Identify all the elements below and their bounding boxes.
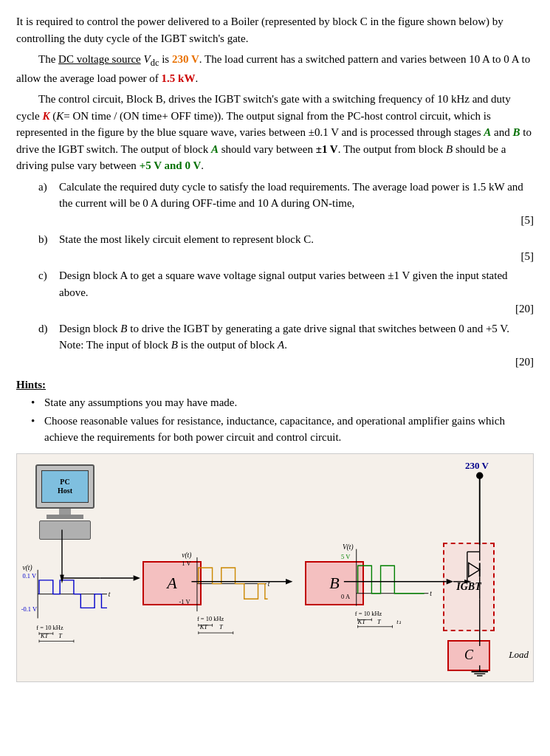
out-kt-label: KT	[357, 618, 367, 625]
bullet-1: •	[31, 394, 44, 411]
a-to-b-arrow	[286, 579, 292, 585]
voltage-label: 230 V	[465, 460, 489, 472]
paragraph-2: The DC voltage source Vdc is 230 V. The …	[16, 51, 534, 86]
bullet-2: •	[31, 413, 44, 446]
mid-t-label: t	[268, 580, 270, 588]
mid-freq-label: f = 10 kHz	[197, 615, 224, 622]
pc-monitor: PCHost	[35, 464, 94, 509]
input-vneg01-label: -0.1 V	[21, 605, 37, 613]
part-b: b) State the most likely circuit element…	[38, 231, 534, 266]
block-c: C	[447, 640, 490, 671]
power-dot	[476, 472, 483, 478]
mid-kt-label: KT	[199, 623, 209, 630]
out-v5-label: 5 V	[341, 553, 350, 560]
hints-section: Hints: • State any assumptions you may h…	[16, 379, 534, 446]
out-vt-label: V(t)	[343, 543, 354, 551]
part-b-content: State the most likely circuit element to…	[59, 231, 534, 266]
pc-host-illustration: PCHost	[24, 464, 106, 540]
p1-text: It is required to control the power deli…	[16, 16, 503, 44]
part-a-content: Calculate the required duty cycle to sat…	[59, 179, 534, 230]
out-waveform	[358, 566, 424, 594]
pc-body	[39, 520, 91, 540]
input-freq-label: f = 10 kHz	[36, 624, 63, 631]
hints-list: • State any assumptions you may have mad…	[31, 394, 534, 446]
block-b-label: B	[329, 574, 339, 593]
pc-base	[47, 515, 83, 519]
input-v01-label: 0.1 V	[23, 572, 37, 580]
hint-1-text: State any assumptions you may have made.	[44, 394, 237, 411]
pc-label: PCHost	[58, 478, 72, 495]
out-T-label: T	[377, 618, 382, 625]
parts-container: a) Calculate the required duty cycle to …	[16, 179, 534, 372]
part-c: c) Design block A to get a square wave v…	[38, 267, 534, 319]
part-c-content: Design block A to get a square wave volt…	[59, 267, 534, 319]
pc-stand	[59, 509, 71, 515]
paragraph-1: It is required to control the power deli…	[16, 13, 534, 47]
pc-down-arrow	[60, 574, 64, 583]
out-ti-label: t₁	[396, 618, 401, 625]
mid-vt-label: v(t)	[182, 551, 191, 560]
igbt-block: IGBT	[443, 543, 495, 631]
input-T-label: T	[58, 632, 63, 639]
paragraph-3: The control circuit, Block B, drives the…	[16, 91, 534, 174]
igbt-label: IGBT	[456, 581, 481, 593]
part-d-marks: [20]	[515, 354, 534, 371]
part-c-marks: [20]	[515, 300, 534, 317]
block-a-label: A	[167, 574, 176, 593]
input-t-label: t	[109, 591, 111, 598]
input-waveform	[39, 580, 107, 608]
out-t-label: t	[430, 590, 432, 597]
pc-screen: PCHost	[41, 470, 89, 503]
block-a: A	[142, 561, 202, 605]
mid-waveform	[199, 568, 268, 599]
mid-T-label: T	[219, 623, 224, 630]
hint-2-text: Choose reasonable values for resistance,…	[44, 413, 534, 446]
input-vt-label: v(t)	[23, 564, 32, 572]
part-c-letter: c)	[38, 267, 59, 319]
pc-to-a-arrow	[134, 575, 140, 581]
input-kt-label: KT	[40, 632, 49, 639]
part-d-content: Design block B to drive the IGBT by gene…	[59, 320, 534, 372]
hint-2: • Choose reasonable values for resistanc…	[31, 413, 534, 446]
part-a: a) Calculate the required duty cycle to …	[38, 179, 534, 230]
load-label: Load	[509, 649, 529, 661]
part-d: d) Design block B to drive the IGBT by g…	[38, 320, 534, 372]
circuit-diagram: PCHost A B IGBT C Load 230 V v(t) 0.1 V …	[16, 453, 534, 682]
block-c-label: C	[464, 647, 473, 663]
hint-1: • State any assumptions you may have mad…	[31, 394, 534, 411]
part-a-marks: [5]	[521, 212, 534, 229]
part-a-letter: a)	[38, 179, 59, 230]
out-freq-label: f = 10 kHz	[355, 609, 382, 616]
part-b-marks: [5]	[521, 248, 534, 265]
part-d-letter: d)	[38, 320, 59, 372]
part-b-letter: b)	[38, 231, 59, 266]
block-b: B	[305, 561, 364, 605]
hints-title: Hints:	[16, 379, 534, 391]
